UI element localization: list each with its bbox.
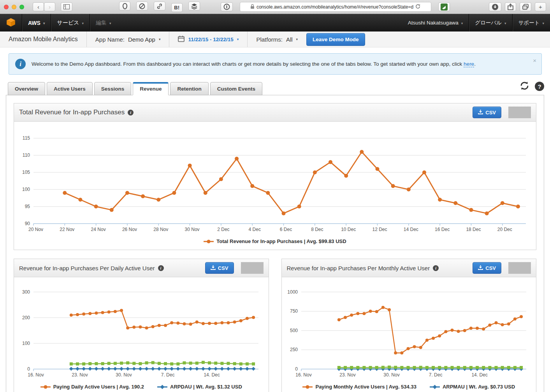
date-range-selector[interactable]: 11/22/15 - 12/22/15 ▾ bbox=[169, 32, 248, 47]
sidebar-icon bbox=[63, 4, 70, 9]
csv-download-button[interactable]: CSV bbox=[473, 107, 501, 118]
back-icon: ‹ bbox=[37, 4, 39, 10]
lock-icon bbox=[250, 4, 255, 10]
chart-title: Revenue for In-app Purchases Per Monthly… bbox=[287, 265, 430, 271]
dashboard-tabs: Overview Active Users Sessions Revenue R… bbox=[6, 80, 544, 95]
chart-action-placeholder bbox=[508, 107, 531, 118]
chevron-down-icon: ▾ bbox=[43, 21, 45, 25]
block-extension-button[interactable] bbox=[136, 2, 148, 10]
svg-text:22 Nov: 22 Nov bbox=[60, 227, 74, 232]
new-tab-button[interactable]: + bbox=[535, 2, 546, 11]
chevron-down-icon: ▾ bbox=[504, 21, 506, 25]
csv-download-button[interactable]: CSV bbox=[205, 262, 234, 274]
svg-text:300: 300 bbox=[22, 289, 30, 295]
legend-item: Paying Monthly Active Users | Avg. 534.3… bbox=[302, 384, 416, 390]
revenue-per-dau-card: Revenue for In-app Purchases Per Daily A… bbox=[14, 259, 269, 392]
legend-label: Paying Monthly Active Users | Avg. 534.3… bbox=[315, 384, 416, 390]
total-revenue-plot[interactable]: 909510010511011520 Nov22 Nov24 Nov26 Nov… bbox=[14, 122, 536, 237]
reload-icon[interactable] bbox=[415, 4, 420, 10]
svg-text:2 Dec: 2 Dec bbox=[217, 227, 229, 232]
close-icon[interactable]: × bbox=[533, 57, 536, 64]
nav-region-menu[interactable]: グローバル▾ bbox=[469, 14, 512, 32]
svg-text:750: 750 bbox=[290, 308, 297, 314]
tabs-overview-button[interactable] bbox=[520, 2, 531, 11]
address-bar[interactable]: console.aws.amazon.com/mobileanalytics/h… bbox=[240, 2, 431, 12]
browser-toolbar: ‹ › B! console.aws.amazon.com/mobileanal… bbox=[0, 0, 550, 14]
circled-bar-icon bbox=[223, 4, 230, 10]
svg-text:14 Dec: 14 Dec bbox=[404, 227, 418, 232]
chart-legend: Total Revenue for In-app Purchases | Avg… bbox=[14, 237, 536, 250]
legend-marker-icon bbox=[40, 385, 51, 389]
svg-text:20 Nov: 20 Nov bbox=[28, 227, 43, 232]
screenshot-extension-button[interactable] bbox=[438, 2, 450, 11]
link-icon bbox=[156, 3, 163, 9]
date-range-value: 11/22/15 - 12/22/15 bbox=[188, 37, 233, 42]
card-header: Revenue for In-app Purchases Per Daily A… bbox=[14, 259, 269, 277]
chart-title: Total Revenue for In-app Purchases bbox=[19, 108, 125, 116]
tab-sessions[interactable]: Sessions bbox=[94, 82, 131, 95]
stack-extension-button[interactable] bbox=[188, 2, 200, 10]
reader-extension-button[interactable] bbox=[221, 2, 233, 11]
nav-support-menu[interactable]: サポート▾ bbox=[513, 14, 550, 32]
svg-text:20 Dec: 20 Dec bbox=[497, 227, 512, 232]
download-icon bbox=[478, 265, 483, 271]
card-header: Total Revenue for In-app Purchases i CSV bbox=[14, 103, 536, 122]
app-header-bar: Amazon Mobile Analytics App Name: Demo A… bbox=[0, 32, 550, 47]
revenue-per-dau-plot[interactable]: 010020030016. Nov23. Nov30. Nov7. Dec14.… bbox=[14, 277, 269, 382]
calendar-icon bbox=[178, 35, 185, 43]
leave-demo-mode-button[interactable]: Leave Demo Mode bbox=[306, 33, 365, 46]
tab-overview[interactable]: Overview bbox=[8, 82, 45, 95]
app-name-value: Demo App bbox=[128, 36, 155, 43]
refresh-button[interactable] bbox=[519, 80, 530, 92]
svg-text:26 Nov: 26 Nov bbox=[122, 227, 137, 232]
sidebar-button[interactable] bbox=[61, 2, 72, 11]
svg-text:0: 0 bbox=[295, 366, 298, 372]
share-button[interactable] bbox=[505, 2, 516, 11]
chevron-down-icon: ▾ bbox=[461, 21, 463, 25]
product-title: Amazon Mobile Analytics bbox=[0, 32, 87, 47]
tab-revenue[interactable]: Revenue bbox=[133, 82, 169, 95]
window-zoom-button[interactable] bbox=[19, 5, 24, 9]
revenue-per-mau-card: Revenue for In-app Purchases Per Monthly… bbox=[281, 259, 537, 392]
svg-text:7. Dec: 7. Dec bbox=[161, 372, 175, 378]
tab-custom-events[interactable]: Custom Events bbox=[210, 82, 262, 95]
tab-active-users[interactable]: Active Users bbox=[47, 82, 93, 95]
help-button[interactable]: ? bbox=[535, 82, 544, 91]
app-name-selector[interactable]: App Name: Demo App ▾ bbox=[87, 32, 170, 47]
csv-download-button[interactable]: CSV bbox=[473, 262, 501, 274]
nav-aws-menu[interactable]: AWS▾ bbox=[22, 14, 51, 32]
back-button[interactable]: ‹ bbox=[33, 2, 44, 11]
svg-text:500: 500 bbox=[290, 328, 297, 333]
legend-item: ARPDAU | Wt. Avg. $1.32 USD bbox=[157, 384, 242, 390]
link-extension-button[interactable] bbox=[154, 2, 165, 10]
info-icon[interactable]: i bbox=[433, 265, 439, 271]
legend-item: Paying Daily Active Users | Avg. 190.2 bbox=[40, 384, 144, 390]
forward-button[interactable]: › bbox=[44, 2, 55, 11]
platforms-selector[interactable]: Platforms: All ▾ bbox=[248, 32, 306, 47]
info-icon[interactable]: i bbox=[128, 110, 134, 116]
info-icon[interactable]: i bbox=[158, 265, 164, 271]
legend-item: Total Revenue for In-app Purchases | Avg… bbox=[204, 238, 346, 244]
tab-retention[interactable]: Retention bbox=[170, 82, 208, 95]
here-link[interactable]: here bbox=[464, 61, 474, 67]
aws-console-home-button[interactable] bbox=[0, 14, 22, 32]
download-circle-icon bbox=[492, 4, 499, 10]
nav-edit-menu[interactable]: 編集▾ bbox=[90, 14, 117, 32]
nav-user-menu[interactable]: Atsushi Nakatsugawa▾ bbox=[402, 14, 469, 32]
svg-text:12 Dec: 12 Dec bbox=[372, 227, 387, 232]
hand-extension-button[interactable] bbox=[119, 2, 130, 10]
window-minimize-button[interactable] bbox=[12, 5, 16, 9]
legend-label: ARPDAU | Wt. Avg. $1.32 USD bbox=[170, 384, 242, 390]
revenue-tab-panel: Total Revenue for In-app Purchases i CSV… bbox=[6, 95, 544, 392]
chart-legend: Paying Daily Active Users | Avg. 190.2AR… bbox=[14, 382, 269, 392]
welcome-text: Welcome to the Demo App dashboard. From … bbox=[32, 61, 476, 67]
welcome-banner: i Welcome to the Demo App dashboard. Fro… bbox=[9, 53, 542, 75]
svg-text:24 Nov: 24 Nov bbox=[91, 227, 106, 232]
legend-marker-icon bbox=[204, 239, 214, 244]
downloads-button[interactable] bbox=[489, 2, 501, 11]
hatena-bookmark-button[interactable]: B! bbox=[171, 3, 183, 12]
legend-marker-icon bbox=[157, 385, 167, 389]
revenue-per-mau-plot[interactable]: 0250500750100016. Nov23. Nov30. Nov7. De… bbox=[282, 277, 536, 382]
window-close-button[interactable] bbox=[4, 5, 9, 9]
nav-services-menu[interactable]: サービス▾ bbox=[51, 14, 90, 32]
